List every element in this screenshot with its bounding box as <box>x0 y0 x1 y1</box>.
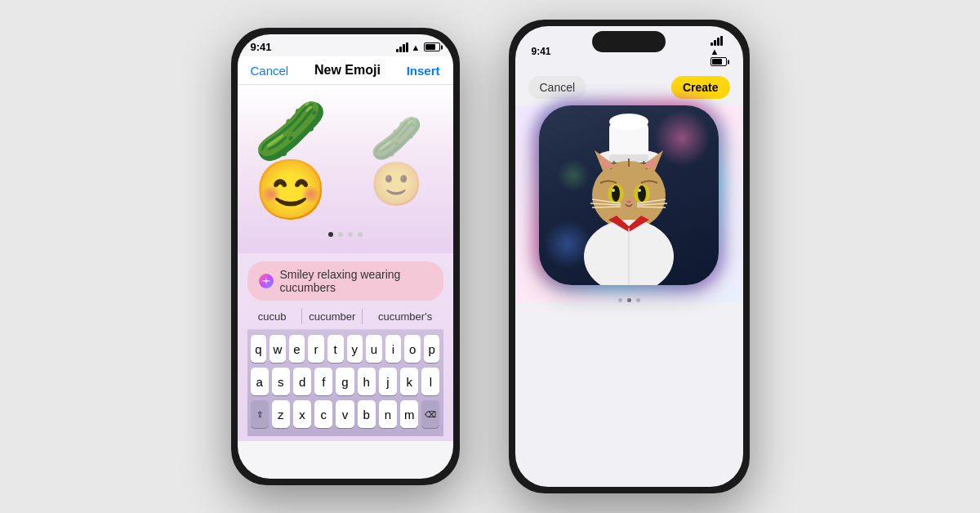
svg-point-12 <box>638 185 646 202</box>
battery-icon <box>424 42 440 51</box>
keyboard: q w e r t y u i o p a s d f g h <box>247 330 443 436</box>
keyboard-row-3: ⇧ z x c v b n m ⌫ <box>251 400 440 428</box>
status-icons-2: ▲ <box>710 36 727 66</box>
battery-icon-2 <box>710 57 727 66</box>
svg-point-2 <box>609 114 648 130</box>
key-f[interactable]: f <box>314 368 332 395</box>
key-e[interactable]: e <box>289 335 305 363</box>
key-x[interactable]: x <box>293 400 311 428</box>
signal-icon-2 <box>710 36 727 46</box>
key-u[interactable]: u <box>366 335 382 363</box>
key-q[interactable]: q <box>251 335 267 363</box>
emoji-row: 🥒😊 🥒🙂 <box>254 101 437 219</box>
dynamic-island <box>592 31 666 52</box>
create-button[interactable]: Create <box>671 76 730 99</box>
cat-card-container <box>539 105 719 285</box>
keyboard-row-2: a s d f g h j k l <box>251 368 440 395</box>
cancel-button-2[interactable]: Cancel <box>528 76 587 99</box>
key-c[interactable]: c <box>314 400 332 428</box>
emoji-main[interactable]: 🥒😊 <box>254 101 346 219</box>
wifi-icon: ▲ <box>412 42 421 52</box>
key-d[interactable]: d <box>293 368 311 395</box>
key-l[interactable]: l <box>421 368 439 395</box>
emoji-display-area: 🥒😊 🥒🙂 <box>238 85 453 253</box>
time-1: 9:41 <box>251 41 272 53</box>
autocomplete-word-3[interactable]: cucumber's <box>372 309 439 324</box>
key-z[interactable]: z <box>272 400 290 428</box>
page-dots-1 <box>328 232 363 237</box>
dot2-3 <box>636 298 640 302</box>
page-dots-2 <box>618 298 640 302</box>
key-p[interactable]: p <box>424 335 440 363</box>
key-o[interactable]: o <box>404 335 421 363</box>
dot2-2 <box>627 298 631 302</box>
dot-1 <box>328 232 333 237</box>
insert-button[interactable]: Insert <box>407 64 440 78</box>
emoji-alt[interactable]: 🥒🙂 <box>370 114 436 206</box>
key-g[interactable]: g <box>336 368 354 395</box>
svg-point-14 <box>638 189 641 192</box>
wifi-icon-2: ▲ <box>710 47 719 56</box>
signal-icon <box>396 42 408 52</box>
key-b[interactable]: b <box>358 400 376 428</box>
svg-point-11 <box>612 185 620 202</box>
key-r[interactable]: r <box>308 335 324 363</box>
input-area: Smiley relaxing wearing cucumbers cucub … <box>238 253 453 441</box>
key-j[interactable]: j <box>379 368 397 395</box>
key-m[interactable]: m <box>400 400 418 428</box>
svg-point-31 <box>657 237 666 245</box>
key-h[interactable]: h <box>358 368 376 395</box>
svg-point-28 <box>604 237 614 245</box>
svg-point-13 <box>612 189 615 192</box>
phone2: 9:41 ▲ Cancel Create <box>509 20 750 493</box>
autocomplete-word-2[interactable]: cucumber <box>301 309 363 324</box>
svg-line-18 <box>592 207 621 207</box>
key-n[interactable]: n <box>379 400 397 428</box>
autocomplete-bar: cucub cucumber cucumber's <box>247 306 443 330</box>
dot-2 <box>338 232 343 237</box>
key-s[interactable]: s <box>272 368 290 395</box>
key-delete[interactable]: ⌫ <box>421 400 439 428</box>
nav-bar-1: Cancel New Emoji Insert <box>238 56 453 85</box>
key-a[interactable]: a <box>251 368 269 395</box>
key-shift[interactable]: ⇧ <box>251 400 269 428</box>
key-k[interactable]: k <box>400 368 418 395</box>
status-bar-1: 9:41 ▲ <box>238 34 453 56</box>
autocomplete-word-1[interactable]: cucub <box>252 309 293 324</box>
cat-image-area <box>515 105 743 302</box>
key-w[interactable]: w <box>270 335 286 363</box>
key-y[interactable]: y <box>347 335 363 363</box>
dot2-1 <box>618 298 622 302</box>
status-icons-1: ▲ <box>396 42 440 52</box>
key-i[interactable]: i <box>385 335 402 363</box>
time-2: 9:41 <box>532 46 551 57</box>
cancel-button-1[interactable]: Cancel <box>251 64 289 78</box>
keyboard-row-1: q w e r t y u i o p <box>251 335 440 363</box>
svg-point-4 <box>592 161 666 230</box>
key-v[interactable]: v <box>336 400 354 428</box>
svg-line-21 <box>637 207 666 207</box>
cat-svg <box>539 105 719 285</box>
phone1: 9:41 ▲ Cancel New Emoji Insert <box>231 28 460 485</box>
search-text: Smiley relaxing wearing cucumbers <box>280 268 432 294</box>
cat-card <box>539 105 719 285</box>
sparkle-icon <box>259 274 274 288</box>
key-t[interactable]: t <box>327 335 344 363</box>
dot-4 <box>358 232 363 237</box>
dot-3 <box>348 232 353 237</box>
nav-title-1: New Emoji <box>314 63 381 78</box>
search-input-row[interactable]: Smiley relaxing wearing cucumbers <box>247 261 443 301</box>
